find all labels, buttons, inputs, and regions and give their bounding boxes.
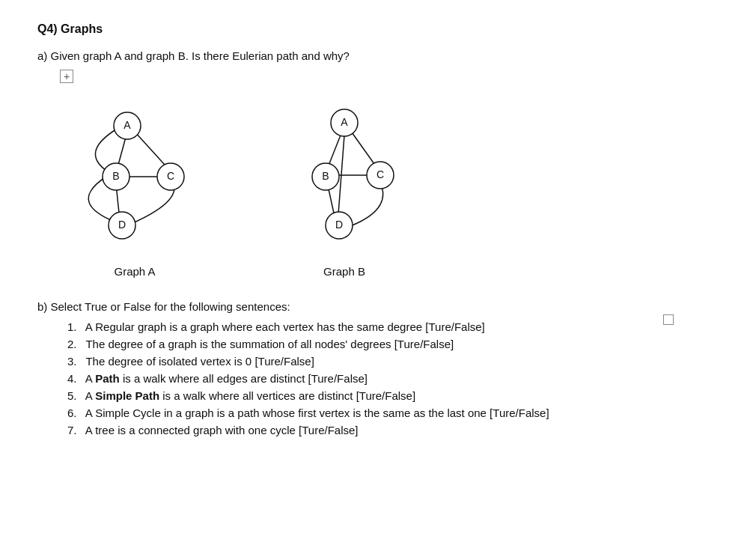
graph-b-wrapper: A B C D Graph B — [269, 87, 419, 278]
list-item: A Simple Path is a walk where all vertic… — [67, 389, 719, 402]
graphs-container: A B C D Graph A — [60, 87, 719, 278]
decorative-square — [663, 314, 674, 325]
bold-simple-path: Simple Path — [95, 389, 159, 402]
graph-b-svg: A B C D — [269, 87, 419, 259]
part-b-label: b) Select True or False for the followin… — [37, 300, 719, 313]
graph-a-label: Graph A — [114, 265, 155, 278]
svg-text:A: A — [341, 116, 348, 128]
list-item: A Path is a walk where all edges are dis… — [67, 372, 719, 385]
question-title: Q4) Graphs — [37, 22, 719, 36]
svg-text:C: C — [377, 168, 384, 180]
list-item: The degree of isolated vertex is 0 [Ture… — [67, 355, 719, 368]
svg-text:D: D — [118, 219, 126, 231]
sentence-2: The degree of a graph is the summation o… — [85, 338, 454, 350]
sentence-7: A tree is a connected graph with one cyc… — [85, 424, 359, 436]
graph-a-wrapper: A B C D Graph A — [60, 87, 210, 278]
sentence-6: A Simple Cycle in a graph is a path whos… — [85, 407, 549, 419]
part-a-label: a) Given graph A and graph B. Is there E… — [37, 49, 719, 62]
expand-icon[interactable]: + — [60, 70, 73, 83]
svg-text:C: C — [167, 170, 174, 182]
sentence-3: The degree of isolated vertex is 0 [Ture… — [85, 355, 314, 368]
list-item: A Simple Cycle in a graph is a path whos… — [67, 407, 719, 419]
list-item: A tree is a connected graph with one cyc… — [67, 424, 719, 436]
sentence-1: A Regular graph is a graph where each ve… — [85, 320, 485, 333]
list-item: The degree of a graph is the summation o… — [67, 338, 719, 350]
list-item: A Regular graph is a graph where each ve… — [67, 320, 719, 333]
svg-text:B: B — [112, 170, 119, 182]
svg-text:D: D — [335, 219, 343, 231]
svg-text:B: B — [322, 170, 329, 182]
part-b-section: b) Select True or False for the followin… — [37, 300, 719, 436]
bold-path: Path — [95, 372, 120, 385]
graph-b-label: Graph B — [323, 265, 365, 278]
graph-a-svg: A B C D — [60, 87, 210, 259]
sentences-list: A Regular graph is a graph where each ve… — [67, 320, 719, 436]
svg-text:A: A — [124, 119, 131, 131]
